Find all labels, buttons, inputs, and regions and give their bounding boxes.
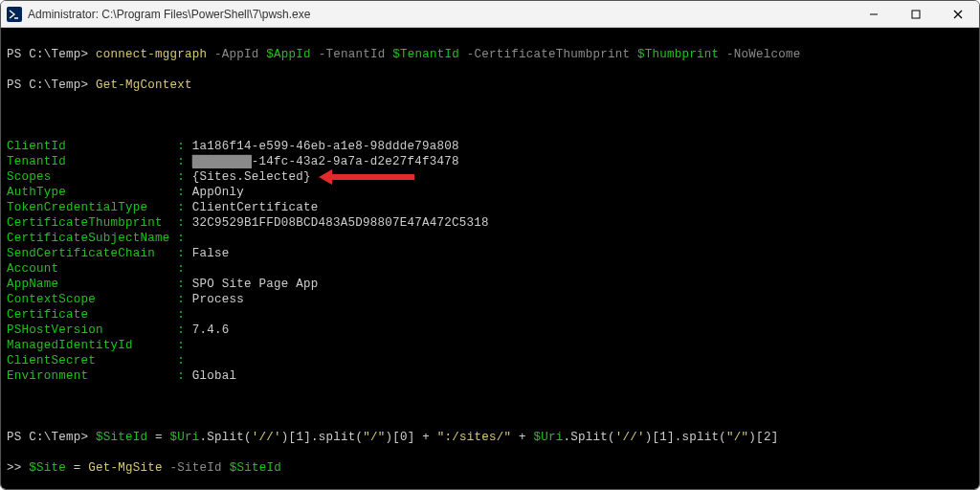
callout-arrow-icon	[319, 169, 414, 185]
svg-rect-2	[912, 11, 920, 18]
redacted-text: ████████	[192, 155, 252, 168]
context-key: Scopes	[7, 170, 170, 184]
context-output: ClientId : 1a186f14-e599-46eb-a1e8-98ddd…	[7, 139, 973, 384]
context-value: 7.4.6	[192, 323, 230, 337]
window-controls	[853, 1, 979, 27]
context-key: ClientId	[7, 140, 170, 153]
cmd: Get-MgContext	[96, 78, 192, 92]
context-key: TenantId	[7, 155, 170, 168]
context-value: AppOnly	[192, 186, 244, 199]
context-value: SPO Site Page App	[192, 278, 319, 291]
context-value: False	[192, 247, 230, 260]
context-key: ClientSecret	[7, 354, 170, 368]
context-value: Process	[192, 293, 244, 306]
context-key: Certificate	[7, 308, 170, 322]
context-key: SendCertificateChain	[7, 247, 170, 260]
context-value: {Sites.Selected}	[192, 170, 311, 184]
powershell-icon	[7, 7, 22, 22]
context-key: AppName	[7, 278, 170, 291]
context-key: Account	[7, 262, 170, 276]
terminal-body[interactable]: PS C:\Temp> connect-mggraph -AppId $AppI…	[1, 28, 979, 489]
context-key: AuthType	[7, 186, 170, 199]
context-value: 1a186f14-e599-46eb-a1e8-98ddde79a808	[192, 140, 459, 153]
context-key: PSHostVersion	[7, 323, 170, 337]
console-window: Administrator: C:\Program Files\PowerShe…	[0, 0, 980, 490]
maximize-button[interactable]	[895, 1, 937, 27]
context-key: CertificateThumbprint	[7, 216, 170, 230]
titlebar[interactable]: Administrator: C:\Program Files\PowerShe…	[1, 1, 979, 28]
context-key: ContextScope	[7, 293, 170, 306]
minimize-button[interactable]	[853, 1, 895, 27]
close-button[interactable]	[937, 1, 979, 27]
context-value: Global	[192, 369, 237, 383]
prompt: PS C:\Temp>	[7, 48, 88, 61]
context-key: ManagedIdentityId	[7, 339, 170, 352]
context-key: CertificateSubjectName	[7, 232, 170, 245]
context-key: Environment	[7, 369, 170, 383]
context-value: ClientCertificate	[192, 201, 319, 214]
context-key: TokenCredentialType	[7, 201, 170, 214]
context-value: 32C9529B1FFD08BCD483A5D98807E47A472C5318	[192, 216, 489, 230]
cmd: connect-mggraph	[96, 48, 207, 61]
window-title: Administrator: C:\Program Files\PowerShe…	[28, 8, 853, 21]
